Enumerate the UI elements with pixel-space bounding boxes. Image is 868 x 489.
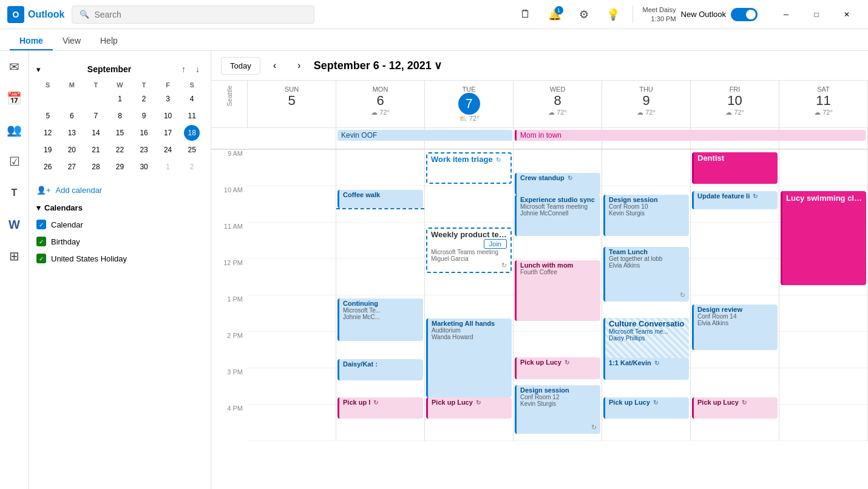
prev-week-button[interactable]: ‹ (265, 56, 285, 75)
calendar-item-us-holiday[interactable]: ✓ United States Holiday (29, 251, 211, 266)
today-button[interactable]: Today (221, 57, 260, 75)
mini-cal-day[interactable]: 21 (88, 142, 104, 158)
mini-cal-day[interactable]: 17 (160, 125, 176, 141)
mini-cal-day[interactable]: 28 (88, 159, 104, 175)
event-pickup-lucy-wed[interactable]: Pick up Lucy ↻ (515, 357, 600, 379)
mini-cal-next[interactable]: ↓ (192, 63, 203, 75)
join-button[interactable]: Join (484, 239, 507, 249)
mini-cal-title[interactable]: September (87, 64, 131, 74)
search-input[interactable] (94, 10, 307, 19)
settings-icon[interactable]: ⚙ (574, 5, 594, 24)
calendar-item-calendar[interactable]: ✓ Calendar (29, 217, 211, 232)
event-pickup-lucy-thu[interactable]: Pick up Lucy ↻ (603, 397, 689, 419)
event-title: Design session (520, 386, 597, 394)
event-pickup-lucy-fri[interactable]: Pick up Lucy ↻ (692, 397, 778, 419)
mini-cal-day[interactable]: 22 (112, 142, 127, 158)
mini-cal-collapse[interactable]: ▾ (36, 65, 41, 74)
mini-cal-day[interactable]: 15 (112, 125, 127, 141)
mini-cal-day[interactable]: 30 (136, 159, 152, 175)
mini-cal-day[interactable]: 1 (160, 159, 176, 175)
mini-cal-day[interactable]: 16 (136, 125, 152, 141)
minimize-button[interactable]: ─ (772, 5, 800, 24)
mini-cal-day[interactable]: 10 (160, 108, 176, 124)
help-icon[interactable]: 💡 (603, 5, 623, 24)
event-continuing[interactable]: Continuing Microsoft Te... Johnie McC... (337, 298, 423, 341)
nav-people-icon[interactable]: 👥 (4, 119, 25, 141)
event-daisy-kat[interactable]: Daisy/Kat : (337, 359, 423, 380)
tab-help[interactable]: Help (90, 32, 127, 50)
mini-cal-day[interactable]: 25 (184, 142, 200, 158)
mini-cal-day[interactable]: 11 (184, 108, 200, 124)
mini-cal-day[interactable] (64, 91, 80, 107)
mini-cal-day[interactable]: 9 (136, 108, 152, 124)
nav-calendar-icon[interactable]: 📅 (4, 87, 25, 109)
nav-word-icon[interactable]: W (4, 214, 25, 235)
event-crew-standup[interactable]: Crew standup ↻ (515, 173, 600, 195)
allday-event-kevin-oof[interactable]: Kevin OOF (337, 130, 512, 141)
event-sub1: Auditorium (432, 327, 508, 334)
sync-icon: ↻ (501, 261, 507, 269)
event-design-session-wed[interactable]: Design session Conf Room 12 Kevin Sturgi… (515, 385, 600, 434)
mini-cal-day[interactable]: 8 (112, 108, 127, 124)
add-calendar-button[interactable]: 👤+ Add calendar (29, 182, 211, 198)
event-team-lunch[interactable]: Team Lunch Get together at lobb Elvia At… (603, 247, 689, 302)
event-lucy-swimming[interactable]: Lucy swimming class (781, 191, 866, 285)
nav-mail-icon[interactable]: ✉ (4, 56, 25, 78)
mini-cal-day[interactable]: 5 (40, 108, 56, 124)
date-range-label[interactable]: September 6 - 12, 2021 ∨ (314, 59, 442, 72)
mini-cal-day[interactable]: 29 (112, 159, 127, 175)
maximize-button[interactable]: □ (802, 5, 830, 24)
event-design-session-thu[interactable]: Design session Conf Room 10 Kevin Sturgi… (603, 195, 689, 236)
tab-home[interactable]: Home (10, 32, 53, 50)
event-lunch-with-mom[interactable]: Lunch with mom Fourth Coffee (515, 260, 600, 321)
mini-cal-day[interactable]: 14 (88, 125, 104, 141)
event-pickup-lucy-tue[interactable]: Pick up Lucy ↻ (426, 397, 512, 419)
allday-event-mom-in-town[interactable]: Mom in town (515, 130, 866, 141)
sticky-notes-icon[interactable]: 🗒 (516, 5, 535, 24)
mini-cal-day[interactable]: 3 (160, 91, 176, 107)
mini-cal-day[interactable]: 12 (40, 125, 56, 141)
mini-cal-day[interactable]: 13 (64, 125, 80, 141)
event-experience-studio-sync[interactable]: Experience studio sync Microsoft Teams m… (515, 195, 600, 236)
mini-cal-day[interactable]: 24 (160, 142, 176, 158)
event-update-feature-li[interactable]: Update feature li ↻ (692, 191, 778, 209)
tab-view[interactable]: View (53, 32, 90, 50)
mini-cal-day[interactable]: 19 (40, 142, 56, 158)
event-design-review[interactable]: Design review Conf Room 14 Elvia Atkins (692, 305, 778, 350)
event-weekly-product-sync[interactable]: Weekly product team sync Join Microsoft … (426, 228, 512, 273)
event-work-item-triage[interactable]: Work item triage ↻ (426, 152, 512, 184)
mini-cal-prev[interactable]: ↑ (178, 63, 189, 75)
mini-cal-day[interactable]: 26 (40, 159, 56, 175)
mini-cal-day[interactable]: 23 (136, 142, 152, 158)
calendars-section-header[interactable]: ▾ Calendars (29, 201, 211, 215)
close-button[interactable]: ✕ (833, 5, 861, 24)
event-coffee-walk[interactable]: Coffee walk (337, 190, 423, 208)
nav-apps-icon[interactable]: ⊞ (4, 245, 25, 267)
calendar-item-birthday[interactable]: ✓ Birthday (29, 234, 211, 249)
next-week-button[interactable]: › (290, 56, 309, 75)
event-marketing-allhands[interactable]: Marketing All hands Auditorium Wanda How… (426, 319, 512, 397)
event-culture-conversation[interactable]: Culture Conversatio Microsoft Teams me..… (603, 318, 689, 363)
search-bar[interactable]: 🔍 (72, 5, 314, 24)
mini-cal-day[interactable]: 4 (184, 91, 200, 107)
mini-cal-day[interactable]: 6 (64, 108, 80, 124)
mini-cal-day[interactable]: 7 (88, 108, 104, 124)
mini-cal-day[interactable]: 20 (64, 142, 80, 158)
event-1on1-kat-kevin[interactable]: 1:1 Kat/Kevin ↻ (603, 358, 689, 380)
mini-cal-day[interactable]: 1 (112, 91, 127, 107)
notifications-icon[interactable]: 🔔 1 (545, 5, 565, 24)
mini-cal-day[interactable] (40, 91, 56, 107)
calendar-item-label: Calendar (51, 220, 83, 229)
nav-teams-icon[interactable]: T (4, 182, 25, 204)
day-num-thu: 9 (605, 93, 688, 109)
event-pickup-l-mon[interactable]: Pick up l ↻ (337, 397, 423, 419)
mini-cal-day[interactable]: 27 (64, 159, 80, 175)
mini-cal-day[interactable]: 2 (184, 159, 200, 175)
mini-cal-day[interactable] (88, 91, 104, 107)
mini-cal-day[interactable]: 2 (136, 91, 152, 107)
event-dentist[interactable]: Dentist (692, 152, 778, 184)
new-outlook-toggle[interactable] (731, 8, 758, 21)
new-outlook-area: Meet Daisy1:30 PM New Outlook (632, 5, 758, 23)
mini-cal-today[interactable]: 18 (184, 125, 200, 141)
nav-tasks-icon[interactable]: ☑ (4, 150, 25, 172)
